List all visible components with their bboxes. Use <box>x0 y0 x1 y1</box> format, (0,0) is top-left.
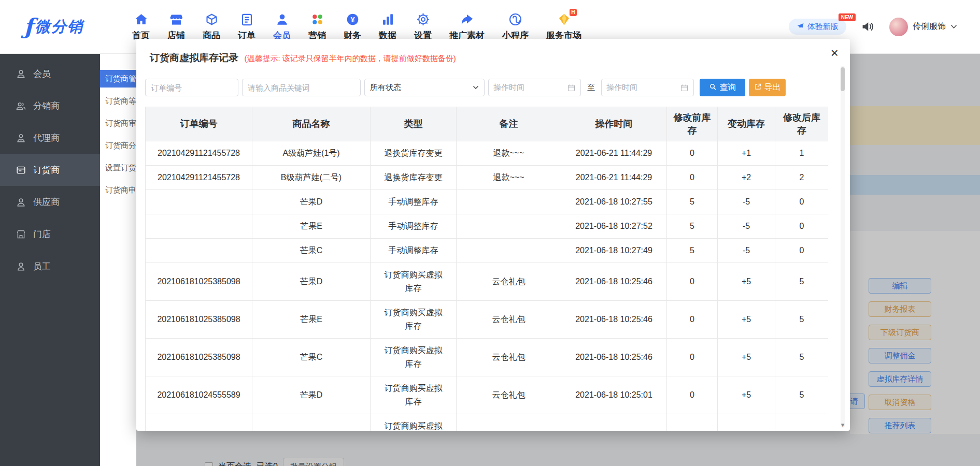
status-select[interactable]: 所有状态 <box>364 79 485 96</box>
table-cell: 0 <box>667 263 718 301</box>
table-cell: 2021-06-21 11:44:29 <box>561 141 667 166</box>
table-row: 202106181025385098芒果D订货商购买虚拟库存云仓礼包2021-0… <box>146 263 829 301</box>
promo-icon <box>460 12 474 26</box>
table-cell: 2021-06-18 10:27:55 <box>561 190 667 214</box>
col-header-7: 修改后库存 <box>775 107 829 141</box>
export-icon <box>754 83 762 93</box>
nav-item-shop[interactable]: 店铺 <box>159 12 194 41</box>
table-cell: 0 <box>667 376 718 414</box>
table-cell: +5 <box>718 301 775 339</box>
supplier-icon <box>16 197 26 208</box>
sidebar-item-orderer[interactable]: 订货商 <box>0 154 100 186</box>
close-icon[interactable]: × <box>831 46 839 60</box>
date-to-input[interactable]: 操作时间 <box>601 79 694 96</box>
username: 伶俐服饰 <box>913 21 946 32</box>
agent-icon <box>16 133 26 143</box>
table-cell <box>775 414 829 431</box>
store-icon <box>16 229 26 240</box>
nav-item-home[interactable]: 首页 <box>123 12 159 41</box>
date-from-input[interactable]: 操作时间 <box>488 79 581 96</box>
sidebar-item-distributor[interactable]: 分销商 <box>0 90 100 122</box>
table-row: 202106181025385098芒果C订货商购买虚拟库存云仓礼包2021-0… <box>146 339 829 376</box>
sidebar-item-store[interactable]: 门店 <box>0 218 100 250</box>
sidebar-item-staff[interactable]: 员工 <box>0 250 100 282</box>
table-cell <box>146 414 252 431</box>
table-cell: B级葫芦娃(二号) <box>252 166 371 190</box>
submenu-item-4[interactable]: 设置订货 <box>100 159 136 177</box>
nav-item-miniprogram[interactable]: 小程序 <box>493 12 537 41</box>
table-cell: 2021-06-21 11:44:29 <box>561 166 667 190</box>
calendar-icon <box>680 83 689 92</box>
modal-header: 订货商虚拟库存记录 (温馨提示: 该记录只保留半年内的数据，请提前做好数据备份)… <box>136 39 850 65</box>
nav-item-finance[interactable]: ¥财务 <box>335 12 370 41</box>
announcement-speaker-icon[interactable] <box>861 20 875 34</box>
order-no-input[interactable] <box>145 79 238 96</box>
col-header-0: 订单编号 <box>146 107 252 141</box>
submenu-item-0[interactable]: 订货商管 <box>100 70 136 88</box>
table-cell: +5 <box>718 376 775 414</box>
marketing-icon <box>310 12 324 26</box>
sidebar-item-member[interactable]: 会员 <box>0 57 100 90</box>
table-cell <box>718 414 775 431</box>
table-cell: -5 <box>718 239 775 263</box>
submenu-item-5[interactable]: 订货商申 <box>100 181 136 199</box>
nav-item-order[interactable]: 订单 <box>229 12 264 41</box>
nav-item-member[interactable]: 会员 <box>264 12 300 41</box>
nav-item-market[interactable]: H服务市场 <box>537 12 590 41</box>
modal-hint: (温馨提示: 该记录只保留半年内的数据，请提前做好数据备份) <box>244 54 456 63</box>
submenu-item-3[interactable]: 订货商分 <box>100 137 136 154</box>
order-icon <box>240 12 254 26</box>
nav-right-controls: 体验新版 NEW 伶俐服饰 <box>789 18 957 36</box>
scroll-down-icon[interactable] <box>839 421 846 429</box>
table-cell: 退换货库存变更 <box>371 141 457 166</box>
shop-icon <box>169 12 183 26</box>
table-cell: 202106181024555589 <box>146 376 252 414</box>
table-row: 芒果D手动调整库存2021-06-18 10:27:555-50 <box>146 190 829 214</box>
search-icon <box>709 83 717 93</box>
submenu-item-2[interactable]: 订货商审 <box>100 114 136 132</box>
keyword-input[interactable] <box>242 79 361 96</box>
nav-item-settings[interactable]: 设置 <box>405 12 441 41</box>
app-logo[interactable]: ƒ 微分销 <box>0 16 123 38</box>
export-button[interactable]: 导出 <box>749 79 786 96</box>
table-cell: -5 <box>718 214 775 239</box>
table-cell: 订货商购买虚拟库存 <box>371 339 457 376</box>
nav-item-goods[interactable]: 商品 <box>194 12 229 41</box>
modal-scrollbar[interactable] <box>841 66 845 428</box>
member-icon <box>275 12 289 26</box>
table-cell: +5 <box>718 339 775 376</box>
table-cell: 芒果E <box>252 301 371 339</box>
table-row: 芒果E手动调整库存2021-06-18 10:27:525-50 <box>146 214 829 239</box>
try-new-label: 体验新版 <box>807 22 839 32</box>
nav-item-data[interactable]: 数据 <box>370 12 405 41</box>
sidebar-item-label: 代理商 <box>33 132 60 144</box>
users-icon <box>16 100 26 111</box>
goods-icon <box>205 12 219 26</box>
staff-icon <box>16 261 26 272</box>
user-menu[interactable]: 伶俐服饰 <box>889 18 957 36</box>
col-header-5: 修改前库存 <box>667 107 718 141</box>
try-new-version-button[interactable]: 体验新版 NEW <box>789 19 846 35</box>
sidebar-item-supplier[interactable]: 供应商 <box>0 186 100 218</box>
table-cell: 订货商购买虚拟库存 <box>371 263 457 301</box>
filter-bar: 所有状态 操作时间 至 操作时间 查询 <box>136 79 850 96</box>
submenu-item-1[interactable]: 订货商等 <box>100 92 136 110</box>
finance-icon: ¥ <box>346 12 360 26</box>
table-cell: 2021-06-18 10:27:52 <box>561 214 667 239</box>
table-cell: 云仓礼包 <box>457 263 561 301</box>
table-cell: 202106181025385098 <box>146 301 252 339</box>
table-cell <box>457 414 561 431</box>
sidebar-item-agent[interactable]: 代理商 <box>0 122 100 154</box>
table-viewport: 订单编号商品名称类型备注操作时间修改前库存变动库存修改后库存 202104291… <box>145 107 828 431</box>
nav-item-marketing[interactable]: 营销 <box>300 12 335 41</box>
nav-item-promo[interactable]: 推广素材 <box>441 12 493 41</box>
scrollbar-thumb[interactable] <box>841 67 845 91</box>
table-cell: 0 <box>667 141 718 166</box>
logo-text: 微分销 <box>35 17 83 37</box>
table-cell: 手动调整库存 <box>371 190 457 214</box>
paper-plane-icon <box>797 22 804 32</box>
search-button[interactable]: 查询 <box>700 79 745 96</box>
table-cell: 202104291121455728 <box>146 166 252 190</box>
table-cell: 芒果C <box>252 239 371 263</box>
main-sidebar: 会员分销商代理商订货商供应商门店员工 <box>0 54 100 466</box>
